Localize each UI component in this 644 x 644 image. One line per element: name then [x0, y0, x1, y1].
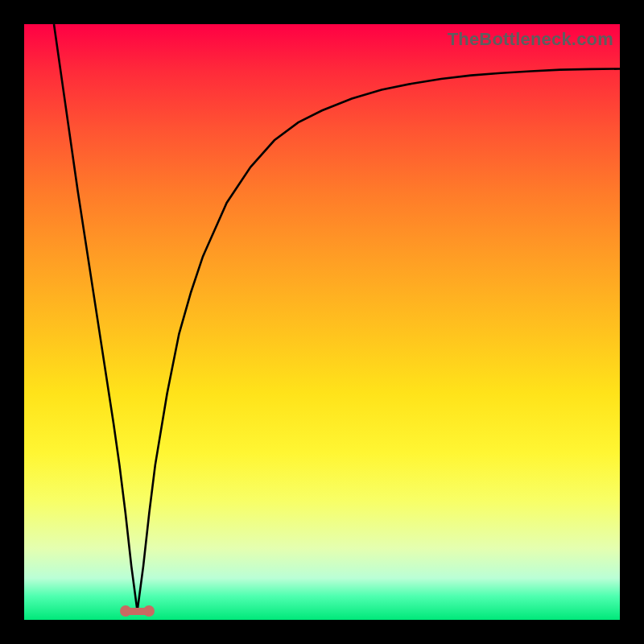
curve-bottom-bridge [126, 608, 150, 615]
chart-frame: TheBottleneck.com [0, 0, 644, 644]
curve-svg [24, 24, 620, 620]
plot-area: TheBottleneck.com [24, 24, 620, 620]
watermark-label: TheBottleneck.com [448, 29, 613, 50]
bottleneck-curve [54, 24, 620, 611]
